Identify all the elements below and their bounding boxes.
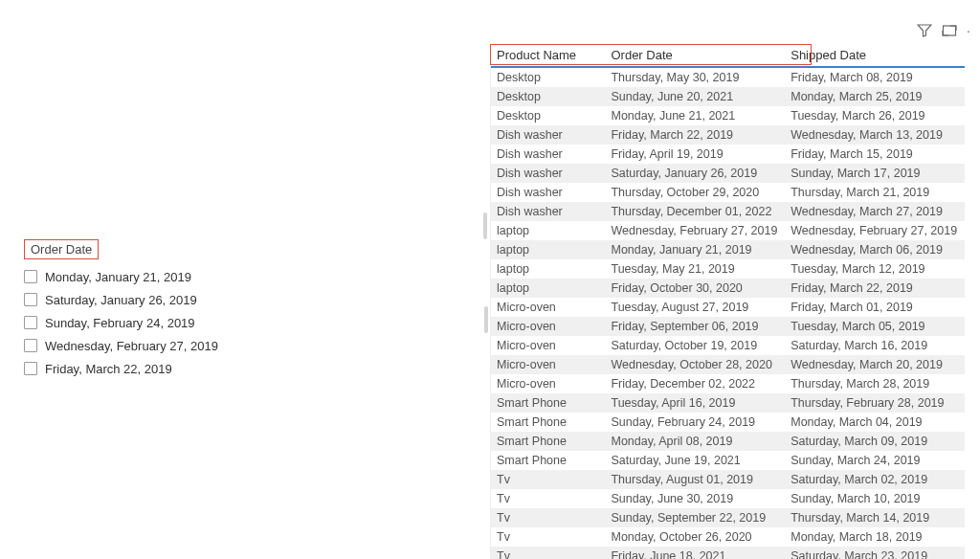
table-cell: Sunday, March 24, 2019 — [785, 451, 965, 470]
table-cell: Friday, June 18, 2021 — [605, 547, 785, 559]
checkbox-icon[interactable] — [24, 316, 37, 329]
table-cell: Sunday, June 20, 2021 — [605, 87, 785, 106]
table-cell: Sunday, June 30, 2019 — [605, 489, 785, 508]
table-cell: Sunday, March 17, 2019 — [785, 164, 965, 183]
col-order-date[interactable]: Order Date — [605, 44, 785, 67]
table-cell: Thursday, March 14, 2019 — [785, 508, 965, 527]
table-row[interactable]: laptopWednesday, February 27, 2019Wednes… — [491, 221, 965, 240]
table-cell: Wednesday, October 28, 2020 — [605, 355, 785, 374]
table-cell: laptop — [491, 259, 605, 279]
table-row[interactable]: Smart PhoneSunday, February 24, 2019Mond… — [491, 413, 965, 432]
table-cell: Friday, March 15, 2019 — [785, 145, 965, 164]
table-cell: Tv — [491, 489, 605, 508]
table-row[interactable]: DesktopSunday, June 20, 2021Monday, Marc… — [491, 87, 965, 106]
checkbox-icon[interactable] — [24, 293, 37, 306]
table-row[interactable]: Micro-ovenTuesday, August 27, 2019Friday… — [491, 298, 965, 317]
table-row[interactable]: Micro-ovenFriday, December 02, 2022Thurs… — [491, 374, 965, 393]
table-row[interactable]: Dish washerThursday, December 01, 2022We… — [491, 202, 965, 221]
resize-handle-mid[interactable] — [484, 306, 488, 333]
table-cell: Friday, October 30, 2020 — [605, 279, 785, 298]
slicer-item-label: Friday, March 22, 2019 — [45, 362, 172, 376]
table-row[interactable]: laptopMonday, January 21, 2019Wednesday,… — [491, 240, 965, 259]
table-cell: Saturday, June 19, 2021 — [605, 451, 785, 470]
table-row[interactable]: DesktopMonday, June 21, 2021Tuesday, Mar… — [491, 106, 965, 125]
col-shipped-date[interactable]: Shipped Date — [785, 44, 965, 67]
table-cell: Sunday, February 24, 2019 — [605, 413, 785, 432]
table-row[interactable]: TvThursday, August 01, 2019Saturday, Mar… — [491, 470, 965, 489]
table-row[interactable]: Smart PhoneSaturday, June 19, 2021Sunday… — [491, 451, 965, 470]
table-cell: Dish washer — [491, 183, 605, 202]
table-row[interactable]: Dish washerFriday, April 19, 2019Friday,… — [491, 145, 965, 164]
slicer-item[interactable]: Wednesday, February 27, 2019 — [24, 334, 273, 357]
table-cell: Saturday, January 26, 2019 — [605, 164, 785, 183]
table-row[interactable]: Smart PhoneMonday, April 08, 2019Saturda… — [491, 432, 965, 451]
table-cell: Saturday, March 16, 2019 — [785, 336, 965, 355]
table-cell: Friday, April 19, 2019 — [605, 145, 785, 164]
table-cell: Saturday, March 23, 2019 — [785, 547, 965, 559]
table-cell: Tv — [491, 470, 605, 489]
slicer-item[interactable]: Monday, January 21, 2019 — [24, 265, 273, 288]
table-cell: Friday, March 01, 2019 — [785, 298, 965, 317]
table-cell: Monday, March 25, 2019 — [785, 87, 965, 106]
more-icon[interactable]: · — [967, 23, 970, 41]
table-row[interactable]: DesktopThursday, May 30, 2019Friday, Mar… — [491, 67, 965, 87]
table-cell: Tuesday, August 27, 2019 — [605, 298, 785, 317]
table-cell: Tuesday, April 16, 2019 — [605, 393, 785, 413]
table-cell: Friday, March 22, 2019 — [785, 279, 965, 298]
table-row[interactable]: laptopFriday, October 30, 2020Friday, Ma… — [491, 279, 965, 298]
table-row[interactable]: Smart PhoneTuesday, April 16, 2019Thursd… — [491, 393, 965, 413]
checkbox-icon[interactable] — [24, 339, 37, 352]
slicer-item-label: Wednesday, February 27, 2019 — [45, 339, 218, 353]
table-cell: Dish washer — [491, 125, 605, 145]
table-cell: Wednesday, March 20, 2019 — [785, 355, 965, 374]
table-row[interactable]: Dish washerThursday, October 29, 2020Thu… — [491, 183, 965, 202]
table-row[interactable]: Dish washerSaturday, January 26, 2019Sun… — [491, 164, 965, 183]
table-row[interactable]: Micro-ovenWednesday, October 28, 2020Wed… — [491, 355, 965, 374]
table-cell: Friday, March 08, 2019 — [785, 67, 965, 87]
checkbox-icon[interactable] — [24, 362, 37, 375]
table-cell: Tuesday, March 05, 2019 — [785, 317, 965, 336]
table-row[interactable]: TvMonday, October 26, 2020Monday, March … — [491, 527, 965, 547]
table-cell: Micro-oven — [491, 298, 605, 317]
table-cell: Smart Phone — [491, 432, 605, 451]
table-cell: Wednesday, February 27, 2019 — [785, 221, 965, 240]
slicer-item[interactable]: Sunday, February 24, 2019 — [24, 311, 273, 334]
table-cell: Micro-oven — [491, 355, 605, 374]
table-row[interactable]: TvSunday, June 30, 2019Sunday, March 10,… — [491, 489, 965, 508]
focus-mode-icon[interactable] — [942, 23, 957, 41]
filter-icon[interactable] — [917, 23, 932, 41]
table-cell: Monday, October 26, 2020 — [605, 527, 785, 547]
slicer-item[interactable]: Friday, March 22, 2019 — [24, 357, 273, 380]
table-cell: laptop — [491, 240, 605, 259]
table-cell: Friday, September 06, 2019 — [605, 317, 785, 336]
table-cell: Desktop — [491, 87, 605, 106]
table-cell: Sunday, March 10, 2019 — [785, 489, 965, 508]
checkbox-icon[interactable] — [24, 270, 37, 283]
table-cell: Dish washer — [491, 145, 605, 164]
table-cell: Tv — [491, 547, 605, 559]
table-cell: Thursday, December 01, 2022 — [605, 202, 785, 221]
table-cell: Tuesday, May 21, 2019 — [605, 259, 785, 279]
table-cell: Wednesday, February 27, 2019 — [605, 221, 785, 240]
table-cell: Monday, January 21, 2019 — [605, 240, 785, 259]
table-row[interactable]: Micro-ovenFriday, September 06, 2019Tues… — [491, 317, 965, 336]
table-cell: Wednesday, March 06, 2019 — [785, 240, 965, 259]
table-row[interactable]: TvFriday, June 18, 2021Saturday, March 2… — [491, 547, 965, 559]
col-product-name[interactable]: Product Name — [491, 44, 605, 67]
table-cell: Monday, March 04, 2019 — [785, 413, 965, 432]
resize-handle-left[interactable] — [483, 212, 487, 239]
table-cell: Wednesday, March 13, 2019 — [785, 125, 965, 145]
slicer-title: Order Date — [24, 239, 99, 259]
table-row[interactable]: TvSunday, September 22, 2019Thursday, Ma… — [491, 508, 965, 527]
table-row[interactable]: Micro-ovenSaturday, October 19, 2019Satu… — [491, 336, 965, 355]
slicer-item-label: Monday, January 21, 2019 — [45, 270, 191, 284]
slicer-item-label: Sunday, February 24, 2019 — [45, 316, 195, 330]
table-cell: Friday, March 22, 2019 — [605, 125, 785, 145]
data-table: Product Name Order Date Shipped Date Des… — [490, 44, 965, 559]
table-header-row: Product Name Order Date Shipped Date — [491, 44, 965, 67]
slicer-item[interactable]: Saturday, January 26, 2019 — [24, 288, 273, 311]
table-row[interactable]: Dish washerFriday, March 22, 2019Wednesd… — [491, 125, 965, 145]
table-row[interactable]: laptopTuesday, May 21, 2019Tuesday, Marc… — [491, 259, 965, 279]
table-cell: Thursday, October 29, 2020 — [605, 183, 785, 202]
table-cell: Micro-oven — [491, 317, 605, 336]
